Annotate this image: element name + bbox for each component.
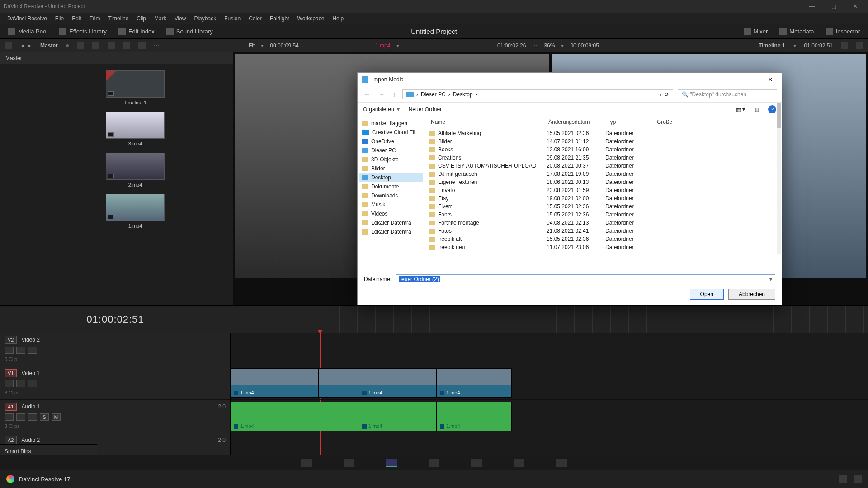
nav-up-button[interactable]: ↑	[391, 91, 398, 98]
col-size[interactable]: Größe	[655, 118, 691, 126]
help-icon[interactable]: ?	[768, 105, 776, 113]
menu-fusion[interactable]: Fusion	[221, 14, 244, 23]
menu-timeline[interactable]: Timeline	[104, 14, 132, 23]
menu-edit[interactable]: Edit	[68, 14, 85, 23]
open-button[interactable]: Open	[690, 289, 724, 300]
file-row[interactable]: freepik alt15.05.2021 02:36Dateiordner	[425, 235, 782, 243]
timeline-name[interactable]: Timeline 1	[759, 42, 785, 49]
dialog-close-button[interactable]: ✕	[764, 76, 777, 83]
tl-options-icon[interactable]	[841, 42, 848, 49]
file-row[interactable]: Bilder14.07.2021 01:12Dateiordner	[425, 137, 782, 145]
col-type[interactable]: Typ	[605, 118, 655, 126]
audio-clip[interactable]: 1.mp4	[231, 402, 359, 431]
track-header-v2[interactable]: V2Video 20 Clip	[0, 333, 230, 366]
tree-item[interactable]: Creative Cloud Fil	[359, 128, 423, 137]
tree-item[interactable]: Lokaler Datenträ	[359, 227, 423, 236]
file-row[interactable]: Eigene Texturen18.06.2021 00:13Dateiordn…	[425, 178, 782, 186]
edit-index-toggle[interactable]: Edit Index	[115, 26, 158, 37]
menu-mark[interactable]: Mark	[151, 14, 170, 23]
media-thumbnail[interactable]: 2.mp4	[106, 153, 165, 188]
audio-clip[interactable]: 1.mp4	[437, 402, 512, 431]
tree-item[interactable]: Bilder	[359, 164, 423, 173]
video-clip[interactable]: 1.mp4	[231, 368, 318, 398]
list-view-icon[interactable]	[92, 42, 99, 49]
audio-clip[interactable]: 1.mp4	[359, 402, 437, 431]
deliver-page-button[interactable]	[556, 459, 567, 467]
tree-item[interactable]: Videos	[359, 209, 423, 218]
bin-header[interactable]: Master	[0, 52, 233, 64]
file-row[interactable]: Fotos21.08.2021 02:41Dateiordner	[425, 227, 782, 235]
tree-item[interactable]: Desktop	[359, 173, 423, 182]
fit-dropdown[interactable]: Fit	[249, 42, 255, 49]
strip-view-icon[interactable]	[108, 42, 115, 49]
file-row[interactable]: freepik neu11.07.2021 23:06Dateiordner	[425, 243, 782, 251]
window-minimize-button[interactable]: —	[803, 2, 821, 11]
settings-button[interactable]	[854, 475, 862, 483]
menu-file[interactable]: File	[52, 14, 67, 23]
tree-item[interactable]: Lokaler Datenträ	[359, 218, 423, 227]
track-header-a1[interactable]: A1Audio 12.0SM3 Clips	[0, 400, 230, 433]
lane-v1[interactable]: 1.mp41.mp41.mp4	[231, 366, 868, 400]
menu-davinci-resolve[interactable]: DaVinci Resolve	[4, 14, 51, 23]
grid-view-icon[interactable]	[77, 42, 84, 49]
src-clip-name[interactable]: 1.mp4	[375, 42, 390, 49]
mixer-toggle[interactable]: Mixer	[740, 26, 772, 37]
nav-back-button[interactable]: ←	[362, 91, 372, 98]
tree-item[interactable]: Musik	[359, 200, 423, 209]
view-mode-button[interactable]: ▦ ▾	[736, 106, 745, 113]
cut-page-button[interactable]	[344, 459, 354, 467]
file-row[interactable]: Affiliate Marketing15.05.2021 02:36Datei…	[425, 129, 782, 137]
media-thumbnail[interactable]: Timeline 1	[106, 70, 165, 105]
search-input[interactable]: 🔍 "Desktop" durchsuchen	[678, 89, 777, 99]
file-row[interactable]: Books12.08.2021 16:09Dateiordner	[425, 145, 782, 154]
edit-page-button[interactable]	[386, 459, 397, 467]
media-thumbnail[interactable]: 1.mp4	[106, 194, 165, 229]
dialog-scrollbar[interactable]	[777, 103, 781, 254]
tree-item[interactable]: Dokumente	[359, 182, 423, 191]
tree-item[interactable]: Downloads	[359, 191, 423, 200]
file-row[interactable]: CSV ETSY AUTOMATISCHER UPLOAD20.08.2021 …	[425, 162, 782, 170]
breadcrumb[interactable]: › Dieser PC › Desktop › ▾ ⟳	[402, 89, 673, 99]
menu-help[interactable]: Help	[329, 14, 347, 23]
file-row[interactable]: Etsy19.08.2021 02:00Dateiordner	[425, 194, 782, 202]
menu-playback[interactable]: Playback	[190, 14, 220, 23]
media-thumbnail[interactable]: 3.mp4	[106, 112, 165, 146]
cancel-button[interactable]: Abbrechen	[728, 289, 775, 300]
media-page-button[interactable]	[301, 459, 312, 467]
search-icon[interactable]	[123, 42, 130, 49]
color-page-button[interactable]	[471, 459, 482, 467]
menu-color[interactable]: Color	[245, 14, 265, 23]
file-row[interactable]: DJ mit geräusch17.08.2021 19:09Dateiordn…	[425, 170, 782, 178]
filename-input[interactable]: leuer Ordner (2) ▾	[396, 274, 775, 284]
lane-a1[interactable]: 1.mp41.mp41.mp4	[231, 400, 868, 433]
file-row[interactable]: Fortnite montage04.08.2021 02:13Dateiord…	[425, 219, 782, 227]
zoom-level[interactable]: 36%	[544, 42, 555, 49]
tree-item[interactable]: marker flaggen+	[359, 119, 423, 128]
fusion-page-button[interactable]	[429, 459, 439, 467]
fairlight-page-button[interactable]	[514, 459, 524, 467]
file-row[interactable]: Fonts15.05.2021 02:36Dateiordner	[425, 211, 782, 219]
col-name[interactable]: Name	[429, 118, 547, 126]
nav-forward-button[interactable]: →	[377, 91, 387, 98]
window-close-button[interactable]: ✕	[846, 2, 864, 11]
refresh-icon[interactable]: ⟳	[665, 91, 669, 98]
inspector-toggle[interactable]: Inspector	[822, 26, 863, 37]
sound-library-toggle[interactable]: Sound Library	[163, 26, 217, 37]
effects-library-toggle[interactable]: Effects Library	[56, 26, 110, 37]
tree-item[interactable]: Dieser PC	[359, 146, 423, 155]
menu-workspace[interactable]: Workspace	[294, 14, 328, 23]
tree-item[interactable]: 3D-Objekte	[359, 155, 423, 164]
preview-pane-button[interactable]: ▥	[754, 106, 759, 113]
sort-icon[interactable]	[138, 42, 146, 49]
new-folder-button[interactable]: Neuer Ordner	[409, 106, 442, 113]
menu-trim[interactable]: Trim	[86, 14, 104, 23]
dialog-folder-tree[interactable]: marker flaggen+Creative Cloud FilOneDriv…	[358, 116, 425, 270]
home-button[interactable]	[839, 475, 847, 483]
metadata-toggle[interactable]: Metadata	[776, 26, 817, 37]
pool-layout-icon[interactable]	[5, 42, 12, 49]
tl-options2-icon[interactable]	[856, 42, 863, 49]
menu-view[interactable]: View	[171, 14, 190, 23]
video-clip[interactable]	[318, 368, 359, 398]
bin-tree[interactable]	[0, 64, 99, 305]
menu-fairlight[interactable]: Fairlight	[266, 14, 293, 23]
